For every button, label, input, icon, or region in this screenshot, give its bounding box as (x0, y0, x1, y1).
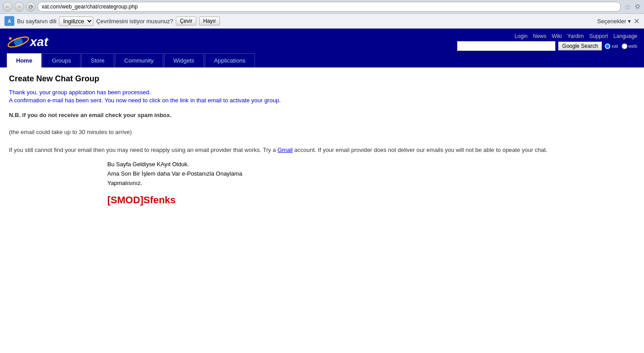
bookmark-icon[interactable]: ☆ (624, 3, 631, 11)
wiki-link[interactable]: Wiki (552, 33, 562, 39)
browser-toolbar: ← → ⟳ ☆ ⛭ (0, 0, 644, 14)
no-translate-button[interactable]: Hayır (199, 17, 220, 25)
search-input[interactable] (457, 41, 555, 51)
support-link[interactable]: Support (589, 33, 608, 39)
turkish-line2: Ama Son Bir İşlem daha Var e-Postanızla … (107, 169, 635, 179)
nav-home[interactable]: Home (7, 53, 42, 67)
search-web-option[interactable]: web (622, 43, 637, 49)
site-nav: Home Groups Store Community Widgets Appl… (0, 53, 644, 67)
yardim-link[interactable]: Yardim (567, 33, 584, 39)
turkish-line1: Bu Sayfa Geldiyse KAyıt Olduk. (107, 160, 635, 169)
logo-area: xat (7, 33, 48, 51)
nav-store[interactable]: Store (81, 53, 114, 67)
back-button[interactable]: ← (3, 2, 13, 12)
warning-before: If you still cannot find your email then… (9, 147, 277, 153)
search-radios: xat web (605, 43, 637, 49)
header-top: xat Login News Wiki Yardim Support Langu… (0, 31, 644, 53)
svg-point-2 (9, 37, 12, 40)
search-xat-option[interactable]: xat (605, 43, 618, 49)
paren-text: (the email could take up to 30 minutes t… (9, 129, 635, 135)
login-link[interactable]: Login (514, 33, 527, 39)
forward-button[interactable]: → (14, 2, 24, 12)
main-content: Create New Chat Group Thank you, your gr… (0, 67, 644, 336)
language-link[interactable]: Language (614, 33, 637, 39)
translate-icon: A (4, 16, 14, 26)
translation-bar: A Bu sayfanın dili İngilizce Çevrilmesin… (0, 14, 644, 29)
translation-question: Çevrilmesini istiyor musunuz? (96, 18, 173, 25)
translate-button[interactable]: Çevir (176, 17, 196, 25)
header-links: Login News Wiki Yardim Support Language (514, 33, 637, 39)
nav-groups[interactable]: Groups (42, 53, 80, 67)
browser-chrome: ← → ⟳ ☆ ⛭ A Bu sayfanın dili İngilizce Ç… (0, 0, 644, 29)
header-right: Login News Wiki Yardim Support Language … (457, 33, 637, 51)
nav-applications[interactable]: Applications (205, 53, 255, 67)
translation-options: Seçenekler ▾ ✕ (597, 17, 640, 25)
refresh-button[interactable]: ⟳ (26, 2, 36, 12)
gmail-link[interactable]: Gmail (277, 147, 292, 153)
success-message-line1: Thank you, your group applcation has bee… (9, 89, 635, 96)
address-bar[interactable] (38, 2, 621, 12)
search-row: Google Search xat web (457, 41, 637, 51)
username-display: [SMOD]Sfenks (107, 194, 635, 206)
page-title: Create New Chat Group (9, 74, 635, 84)
turkish-line3: Yapmalısınız. (107, 179, 635, 188)
warning-after: account. If your email provider does not… (292, 147, 547, 153)
warning-text: If you still cannot find your email then… (9, 147, 635, 153)
success-message-line2: A confirmation e-mail has been sent. You… (9, 97, 635, 104)
tools-icon[interactable]: ⛭ (634, 3, 641, 11)
nb-text: N.B. if you do not receive an email chec… (9, 112, 635, 118)
logo-orbit-icon (7, 33, 30, 51)
nav-widgets[interactable]: Widgets (164, 53, 204, 67)
turkish-notice: Bu Sayfa Geldiyse KAyıt Olduk. Ama Son B… (107, 160, 635, 188)
nav-community[interactable]: Community (115, 53, 163, 67)
language-select[interactable]: İngilizce (59, 17, 93, 26)
google-search-button[interactable]: Google Search (558, 42, 602, 50)
options-button[interactable]: Seçenekler ▾ (597, 18, 631, 25)
news-link[interactable]: News (533, 33, 547, 39)
logo-text: xat (30, 35, 48, 49)
site-header: xat Login News Wiki Yardim Support Langu… (0, 29, 644, 67)
close-translation-button[interactable]: ✕ (634, 17, 640, 25)
translation-prefix: Bu sayfanın dili (17, 18, 56, 25)
